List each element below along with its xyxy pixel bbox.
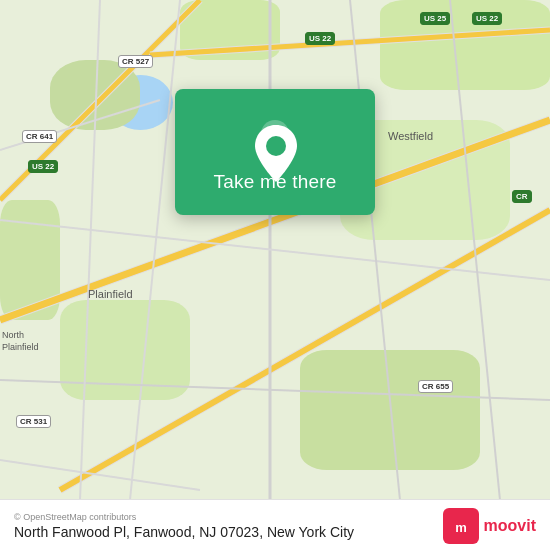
bottom-bar-left: © OpenStreetMap contributors North Fanwo…	[14, 512, 354, 540]
map-pin-svg	[248, 120, 304, 190]
moovit-text: moovit	[484, 517, 536, 535]
map-container: US 22 US 25 US 22 US 22 CR 527 CR 641 CR…	[0, 0, 550, 550]
svg-point-21	[266, 136, 286, 156]
bottom-bar: © OpenStreetMap contributors North Fanwo…	[0, 499, 550, 550]
badge-cr-right: CR	[512, 190, 532, 203]
svg-line-13	[450, 0, 500, 500]
badge-us22-left: US 22	[28, 160, 58, 173]
badge-cr527: CR 527	[118, 55, 153, 68]
svg-line-10	[0, 220, 550, 280]
label-plainfield: Plainfield	[88, 288, 133, 300]
svg-line-15	[80, 0, 100, 500]
svg-line-11	[0, 380, 550, 400]
svg-line-3	[60, 210, 550, 490]
svg-line-12	[350, 0, 400, 500]
svg-text:m: m	[455, 520, 467, 535]
badge-cr531: CR 531	[16, 415, 51, 428]
badge-us22-top-right: US 22	[472, 12, 502, 25]
location-text: North Fanwood Pl, Fanwood, NJ 07023, New…	[14, 524, 354, 540]
roads-svg	[0, 0, 550, 500]
badge-us22-mid-top: US 22	[305, 32, 335, 45]
badge-cr655: CR 655	[418, 380, 453, 393]
badge-cr641: CR 641	[22, 130, 57, 143]
attribution-text: © OpenStreetMap contributors	[14, 512, 354, 522]
svg-line-7	[150, 30, 550, 55]
label-north-plainfield: NorthPlainfield	[2, 330, 39, 353]
label-westfield: Westfield	[388, 130, 433, 142]
badge-us25-small: US 25	[420, 12, 450, 25]
moovit-icon: m	[443, 508, 479, 544]
moovit-logo: m moovit	[443, 508, 536, 544]
